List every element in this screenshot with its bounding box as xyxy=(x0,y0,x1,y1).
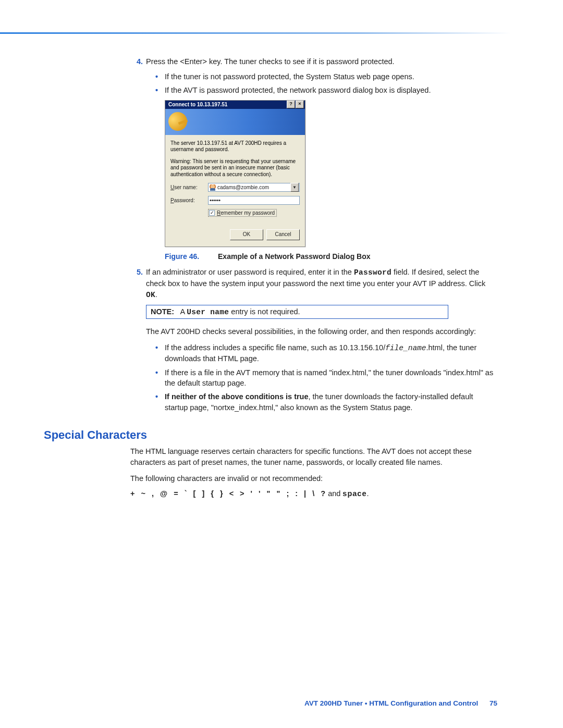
username-value: cadams@zombie.com xyxy=(217,184,290,190)
paragraph: The AVT 200HD checks several possibiliti… xyxy=(44,326,497,337)
step-4: 4. Press the <Enter> key. The tuner chec… xyxy=(44,56,497,67)
step-4-bullets: If the tuner is not password protected, … xyxy=(44,71,497,96)
remember-checkbox[interactable]: ✓ Remember my password xyxy=(208,209,277,217)
list-item: If the address includes a specific file … xyxy=(165,342,497,364)
paragraph: The following characters are invalid or … xyxy=(44,473,497,484)
list-item: If neither of the above conditions is tr… xyxy=(165,391,497,413)
ok-button[interactable]: OK xyxy=(230,229,263,240)
note-box: NOTE: A User name entry is not required. xyxy=(146,305,448,319)
list-item: If the AVT is password protected, the ne… xyxy=(165,85,497,95)
page-footer: AVT 200HD Tuner • HTML Configuration and… xyxy=(44,699,497,707)
figure-number: Figure 46. xyxy=(165,252,199,261)
note-label: NOTE: xyxy=(151,307,174,316)
checkbox-icon: ✓ xyxy=(209,210,215,216)
list-item: If there is a file in the AVT memory tha… xyxy=(165,367,497,389)
password-value: •••••• xyxy=(210,198,221,203)
username-label: User name: xyxy=(170,184,208,190)
help-button[interactable]: ? xyxy=(287,101,295,108)
paragraph: The HTML language reserves certain chara… xyxy=(44,446,497,468)
dialog-text-2: Warning: This server is requesting that … xyxy=(170,158,300,178)
remember-label: Remember my password xyxy=(217,210,275,216)
dialog-titlebar: Connect to 10.13.197.51 ? × xyxy=(165,101,305,109)
step-4-text: Press the <Enter> key. The tuner checks … xyxy=(146,57,395,66)
dialog-text-1: The server 10.13.197.51 at AVT 200HD req… xyxy=(170,140,300,153)
step-5-text: If an administrator or user password is … xyxy=(146,268,485,299)
user-icon xyxy=(210,184,216,191)
dialog-title: Connect to 10.13.197.51 xyxy=(168,102,227,107)
password-label: Password: xyxy=(170,198,208,203)
top-rule xyxy=(0,32,511,34)
password-dialog: Connect to 10.13.197.51 ? × The server 1… xyxy=(165,100,305,248)
list-item: If the tuner is not password protected, … xyxy=(165,71,497,82)
figure-caption: Figure 46. Example of a Network Password… xyxy=(44,252,497,261)
step-5-number: 5. xyxy=(130,267,143,278)
invalid-chars: + ~ , @ = ` [ ] { } < > ' ' " " ; : | \ … xyxy=(44,489,497,498)
figure-wrap: Connect to 10.13.197.51 ? × The server 1… xyxy=(44,100,497,248)
section-heading-special: Special Characters xyxy=(44,428,497,442)
footer-title: AVT 200HD Tuner • HTML Configuration and… xyxy=(304,699,478,707)
step-5: 5. If an administrator or user password … xyxy=(44,267,497,301)
close-button[interactable]: × xyxy=(296,101,304,108)
page-number: 75 xyxy=(489,699,497,707)
response-bullets: If the address includes a specific file … xyxy=(44,342,497,413)
username-field[interactable]: cadams@zombie.com ▼ xyxy=(208,183,300,192)
chevron-down-icon[interactable]: ▼ xyxy=(290,183,299,192)
cancel-button[interactable]: Cancel xyxy=(266,229,300,240)
password-field[interactable]: •••••• xyxy=(208,196,300,205)
figure-title: Example of a Network Password Dialog Box xyxy=(218,252,371,261)
dialog-banner xyxy=(165,109,305,135)
keys-icon xyxy=(166,109,190,133)
step-4-number: 4. xyxy=(130,56,143,67)
